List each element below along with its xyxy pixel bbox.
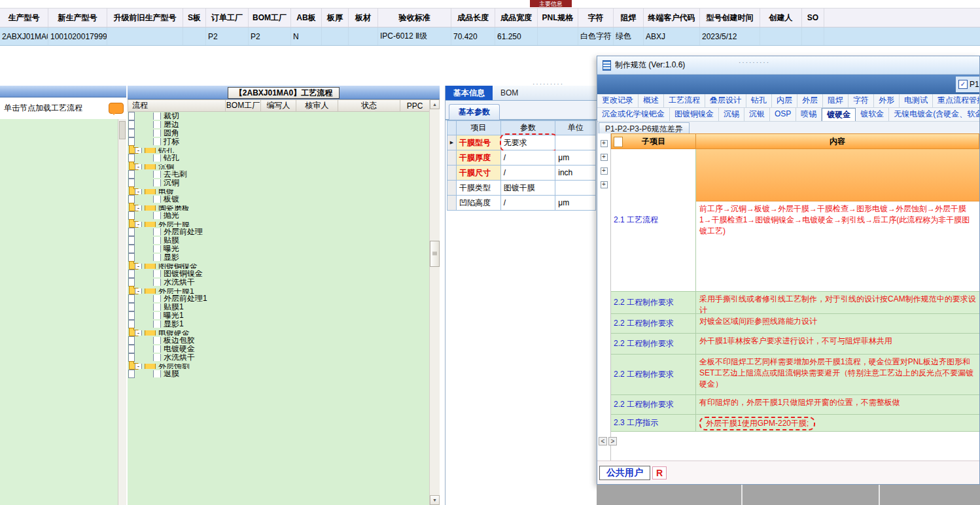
param-unit-cell: μm [555,196,596,211]
row-selector-icon[interactable]: ▶ [447,135,457,150]
spec-tab[interactable]: 无镍电镀金(含硬金、软金) [889,108,979,121]
titlebar-handle[interactable]: ········· [739,59,770,66]
tree-row[interactable]: 磨边P2刘平谷松已审核 [128,120,135,129]
param-value-cell[interactable]: 图镀干膜 [501,181,556,196]
tree-node-label: 水洗烘干 [164,354,195,361]
tree-row[interactable]: 图镀铜镍金P2刘平谷松已审核 [128,270,135,278]
spec-tab[interactable]: 工艺流程 [664,94,705,107]
tree-row[interactable]: 退膜P2刘平谷松已审核 [128,370,135,378]
spec-tab[interactable]: 外形 [874,94,900,107]
row-selector-icon[interactable] [447,165,457,181]
tree-row[interactable]: 外层前处理1P2刘平谷松已审核 [128,294,135,303]
scroll-up-icon[interactable]: ▲ [430,99,440,109]
expand-box-icon[interactable]: - [135,288,142,294]
splitter-handle[interactable]: ········· [533,80,564,88]
tree-row[interactable]: -电镀P2刘平谷松已审核 [129,188,139,195]
expand-open-icon[interactable]: + [601,140,608,147]
tree-row[interactable]: 曝光P2刘平谷松已审核 [128,245,135,253]
spec-tab[interactable]: 概述 [639,94,664,107]
scroll-thumb[interactable] [119,121,126,139]
tree-row[interactable]: 贴膜1P2刘平谷松已审核 [128,303,135,311]
flow-canvas[interactable] [0,119,118,505]
param-value-cell[interactable]: / [501,150,556,165]
spec-hscroll[interactable]: < > [599,437,617,445]
param-value-cell[interactable]: / [501,196,556,211]
tree-row[interactable]: 去毛刺P2刘平谷松已审核 [128,170,135,179]
column-value: 10010200179999 [48,27,107,45]
tree-node-label: 电镀 [158,189,174,194]
tree-row[interactable]: 板边包胶P2刘平谷松已审核 [128,336,135,345]
tree-row[interactable]: -外层蚀刻P2刘平谷松已审核 [129,363,139,370]
expand-box-icon[interactable]: - [135,364,142,369]
public-user-button[interactable]: 公共用户 [599,466,650,480]
tree-row[interactable]: 圆角P2刘平谷松已审核 [128,129,135,137]
spec-tab[interactable]: 内层 [772,94,797,107]
tree-row[interactable]: 裁切P2刘平谷松已审核 [128,112,135,120]
expand-box-icon[interactable]: - [135,264,142,269]
spec-tab[interactable]: 重点流程管控 [933,94,979,107]
param-value-cell[interactable]: / [501,165,556,181]
tree-row[interactable]: -沉铜P2刘平谷松已审核 [129,164,139,170]
expand-open-icon[interactable]: + [601,154,608,161]
expand-box-icon[interactable]: - [135,205,142,211]
tree-row[interactable]: -图镀铜镍金P2刘平谷松已审核 [129,263,139,270]
spec-tab[interactable]: OSP [770,108,796,121]
spec-tab[interactable]: 字符 [849,94,874,107]
row-selector-icon[interactable] [447,196,457,211]
column-value: P2 [206,27,249,45]
row-selector-icon[interactable] [447,181,457,196]
expand-box-icon[interactable]: - [135,189,142,194]
spec-tab[interactable]: 喷锡 [796,108,822,121]
spec-tab[interactable]: 沉银 [744,108,770,121]
tree-row[interactable]: 曝光1P2刘平谷松已审核 [128,311,135,320]
tree-scrollbar[interactable]: ▲ ▼ [429,99,440,505]
tab-bom[interactable]: BOM [493,86,526,100]
spec-subitem-label: 2.1 工艺流程 [611,149,696,291]
tree-row[interactable]: -电镀硬金P2刘平谷松已审核 [129,330,139,336]
left-panel-scrollbar[interactable] [118,119,126,505]
expand-box-icon[interactable]: - [135,330,142,336]
folder-icon [145,148,156,153]
spec-row: 2.3 工序指示外层干膜1使用GPM-220干膜; [611,415,979,432]
expand-box-icon[interactable]: - [135,164,142,169]
column-header: 新生产型号 [48,9,107,27]
spec-tab[interactable]: 外层 [797,94,823,107]
row-selector-icon[interactable] [447,150,457,165]
r-mode-button[interactable]: R [652,466,667,479]
spec-tab[interactable]: 图镀铜镍金 [670,108,719,121]
scroll-right-icon[interactable]: > [608,437,617,445]
spec-tab[interactable]: 沉锡 [719,108,744,121]
tree-row[interactable]: -陶瓷磨板P2刘平谷松已审核 [129,205,139,211]
tree-row[interactable]: -外层干膜P2刘平谷松已审核 [129,221,139,228]
tab-basic-info[interactable]: 基本信息 [446,86,493,100]
spec-tab[interactable]: 叠层设计 [705,94,746,107]
expand-open-icon[interactable]: + [601,181,608,188]
param-value-cell[interactable]: 无要求 [501,135,556,150]
spec-tab[interactable]: 镀硬金 [822,108,856,121]
expand-open-icon[interactable]: + [601,167,608,175]
tree-row[interactable]: -外层干膜1P2刘平谷松已审核 [129,288,139,294]
checkbox-icon[interactable]: ✓ [958,80,968,89]
tree-row[interactable]: 外层前处理P2刘平谷松已审核 [128,228,135,236]
spec-tab[interactable]: 钻孔 [746,94,772,107]
speech-bubble-icon[interactable] [109,103,124,114]
expand-box-icon[interactable]: - [135,222,142,227]
column-header: BOM工厂 [249,9,291,27]
scroll-thumb[interactable] [430,241,440,267]
tab-main-info-partial[interactable]: 主要信息 [530,0,572,7]
p1-checkbox[interactable]: ✓ P1 [956,77,979,92]
scroll-down-icon[interactable]: ▼ [430,495,440,505]
spec-tab[interactable]: 镀软金 [856,108,889,121]
spec-tab[interactable]: 电测试 [900,94,933,107]
param-item-cell: 干膜尺寸 [457,165,501,181]
spec-tab[interactable]: 沉金或化学镍钯金 [597,108,670,121]
tree-row[interactable]: -钻孔P2刘平谷松已审核 [129,147,139,154]
tree-row[interactable]: 贴膜P2刘平谷松已审核 [128,236,135,245]
tree-row[interactable]: 电镀硬金P2刘平谷松已审核 [128,345,135,353]
file-icon [153,312,161,319]
scroll-left-icon[interactable]: < [599,437,607,445]
spec-tab[interactable]: 更改记录 [597,94,639,107]
spec-tab[interactable]: 阻焊 [823,94,849,107]
expand-box-icon[interactable]: - [135,148,142,153]
tab-basic-params[interactable]: 基本参数 [449,104,500,120]
